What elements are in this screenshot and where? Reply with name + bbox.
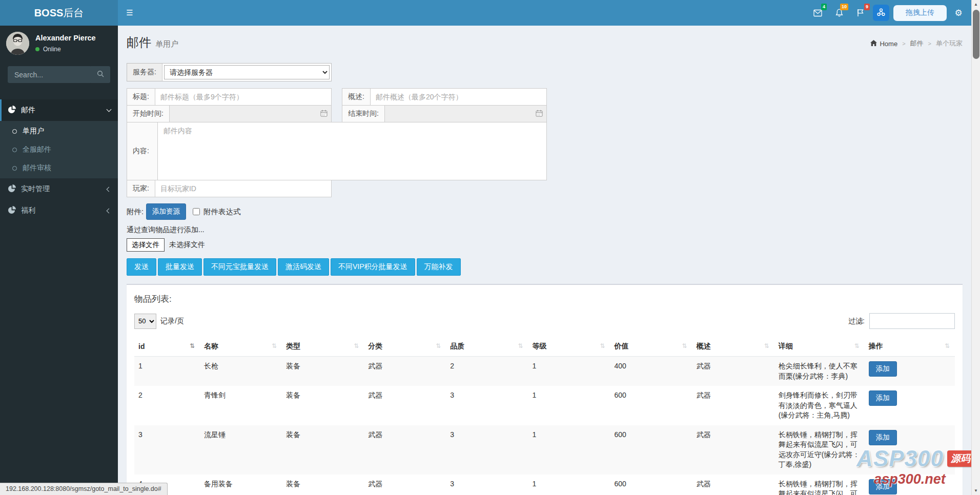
sidebar-search — [8, 66, 110, 83]
sidebar-item-mail-review[interactable]: 邮件审核 — [0, 159, 118, 177]
player-id-input[interactable] — [155, 180, 332, 197]
cell-type: 装备 — [282, 357, 364, 386]
sidebar-menu: 邮件 单用户 全服邮件 邮件审核 实时管理 福利 — [0, 99, 118, 221]
form-columns: 标题: 开始时间: 概述: 结束时间: — [127, 88, 963, 122]
cell-id: 1 — [134, 357, 200, 386]
column-header-action[interactable]: 操作⇅ — [865, 337, 955, 357]
chevron-down-icon — [107, 107, 112, 112]
extension-button[interactable] — [873, 5, 889, 21]
sort-icon: ⇅ — [945, 342, 950, 349]
add-item-button[interactable]: 添加 — [869, 430, 897, 445]
notifications-menu-button[interactable]: 10 — [828, 0, 850, 26]
add-item-button[interactable]: 添加 — [869, 390, 897, 406]
item-list-title: 物品列表: — [134, 293, 955, 305]
table-row: 4 备用装备 装备 武器 3 1 600 武器 长柄铁锤，精钢打制，挥舞起来有似… — [134, 475, 955, 495]
submenu-label: 邮件审核 — [23, 163, 51, 173]
share-nodes-icon — [876, 8, 886, 18]
sort-icon: ⇅ — [764, 342, 769, 349]
page-size-select[interactable]: 50 — [134, 314, 156, 329]
column-header-summary[interactable]: 概述⇅ — [692, 337, 774, 357]
app-logo[interactable]: BOSS后台 — [0, 0, 118, 26]
navbar-right: 4 10 9 拖拽上传 ⚙ — [807, 0, 980, 26]
column-header-id[interactable]: id⇅ — [134, 337, 200, 357]
cell-quality: 2 — [446, 357, 528, 386]
sidebar-item-label: 邮件 — [21, 106, 35, 115]
start-time-input[interactable] — [170, 105, 332, 122]
column-header-name[interactable]: 名称⇅ — [200, 337, 282, 357]
sidebar-item-all-server-mail[interactable]: 全服邮件 — [0, 140, 118, 159]
attachment-expression-label: 附件表达式 — [203, 207, 241, 217]
item-list-box: 物品列表: 50 记录/页 过滤: id⇅ 名称⇅ 类型⇅ 分类⇅ 品质⇅ 等级… — [127, 284, 963, 495]
pie-chart-icon — [8, 106, 16, 115]
sidebar-item-welfare[interactable]: 福利 — [0, 200, 118, 221]
cell-value: 600 — [610, 475, 692, 495]
messages-badge: 4 — [821, 4, 827, 10]
sidebar-toggle-button[interactable]: ☰ — [118, 0, 141, 26]
column-header-detail[interactable]: 详细⇅ — [774, 337, 865, 357]
add-item-button[interactable]: 添加 — [869, 479, 897, 494]
breadcrumb-home-link[interactable]: Home — [870, 40, 897, 48]
cell-id: 2 — [134, 386, 200, 425]
scroll-up-button[interactable]: ▲ — [972, 0, 980, 9]
cell-detail: 长柄铁锤，精钢打制，挥舞起来有似流星飞闪，可远攻亦可近守 — [774, 475, 865, 495]
choose-file-button[interactable]: 选择文件 — [127, 238, 165, 252]
send-button[interactable]: 发送 — [127, 258, 156, 276]
sidebar-item-realtime[interactable]: 实时管理 — [0, 178, 118, 200]
scrollbar-thumb[interactable] — [973, 10, 979, 59]
mail-summary-input[interactable] — [371, 88, 547, 106]
search-input[interactable] — [8, 66, 91, 83]
activation-code-send-button[interactable]: 激活码发送 — [278, 258, 329, 276]
end-time-group: 结束时间: — [342, 105, 547, 122]
cell-summary: 武器 — [692, 386, 774, 425]
column-header-category[interactable]: 分类⇅ — [364, 337, 446, 357]
content-header: 邮件单用户 Home > 邮件 > 单个玩家 — [127, 34, 963, 51]
circle-icon — [12, 166, 17, 171]
sort-icon: ⇅ — [518, 342, 523, 349]
sort-icon: ⇅ — [272, 342, 277, 349]
scrollbar[interactable]: ▲ ▼ — [971, 0, 980, 495]
user-info: Alexander Pierce Online — [35, 32, 96, 55]
control-sidebar-button[interactable]: ⚙ — [949, 8, 968, 18]
breadcrumb-section-link[interactable]: 邮件 — [910, 39, 924, 48]
send-actions: 发送 批量发送 不同元宝批量发送 激活码发送 不同VIP积分批量发送 万能补发 — [127, 258, 963, 276]
add-item-button[interactable]: 添加 — [869, 361, 897, 377]
sort-icon: ⇅ — [190, 342, 195, 349]
messages-menu-button[interactable]: 4 — [807, 0, 828, 26]
scroll-down-button[interactable]: ▼ — [972, 486, 980, 495]
column-header-type[interactable]: 类型⇅ — [282, 337, 364, 357]
add-resource-button[interactable]: 添加资源 — [146, 203, 186, 220]
title-label: 标题: — [127, 88, 155, 106]
tasks-menu-button[interactable]: 9 — [850, 0, 871, 26]
mail-content-textarea[interactable] — [158, 122, 547, 180]
column-header-value[interactable]: 价值⇅ — [610, 337, 692, 357]
filter-input[interactable] — [869, 313, 955, 329]
envelope-icon — [813, 9, 822, 17]
cell-name: 长枪 — [200, 357, 282, 386]
sidebar-item-single-user[interactable]: 单用户 — [0, 122, 118, 140]
yuanbao-batch-send-button[interactable]: 不同元宝批量发送 — [203, 258, 276, 276]
vip-points-batch-send-button[interactable]: 不同VIP积分批量发送 — [331, 258, 415, 276]
form-left-column: 标题: 开始时间: — [127, 88, 332, 122]
attachment-expression-checkbox[interactable] — [193, 208, 200, 215]
end-time-input[interactable] — [385, 105, 547, 122]
sidebar-item-mail[interactable]: 邮件 — [0, 99, 118, 121]
content-group: 内容: — [127, 122, 547, 180]
server-select[interactable]: 请选择服务器 — [164, 65, 330, 79]
status-bar-url: 192.168.200.128:8080/sgmsz/goto_mail_to_… — [0, 483, 168, 495]
user-status[interactable]: Online — [35, 46, 96, 53]
attachment-label: 附件: — [127, 207, 144, 217]
gears-icon: ⚙ — [954, 8, 962, 18]
filter-label: 过滤: — [848, 317, 865, 326]
cell-detail: 枪尖细长锋利，使人不寒而栗(缘分武将：李典) — [774, 357, 865, 386]
search-button[interactable] — [91, 66, 110, 83]
attachment-row: 附件: 添加资源 附件表达式 — [127, 203, 963, 220]
drag-upload-button[interactable]: 拖拽上传 — [893, 5, 947, 21]
mail-title-input[interactable] — [155, 88, 332, 106]
batch-send-button[interactable]: 批量发送 — [158, 258, 202, 276]
cell-detail: 剑身锋利而修长，剑刃带有淡淡的青色，寒气逼人(缘分武将：主角,马腾) — [774, 386, 865, 425]
column-header-quality[interactable]: 品质⇅ — [446, 337, 528, 357]
column-header-level[interactable]: 等级⇅ — [528, 337, 610, 357]
breadcrumb-separator: > — [902, 40, 905, 47]
table-row: 2 青锋剑 装备 武器 3 1 600 武器 剑身锋利而修长，剑刃带有淡淡的青色… — [134, 386, 955, 425]
universal-resend-button[interactable]: 万能补发 — [417, 258, 461, 276]
